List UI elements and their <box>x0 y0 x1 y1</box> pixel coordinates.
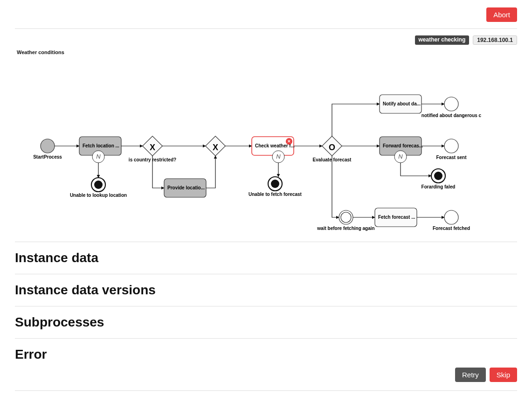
svg-text:X: X <box>150 143 155 152</box>
svg-text:N: N <box>96 153 101 160</box>
gateway-merge[interactable]: X <box>206 136 225 156</box>
svg-point-30 <box>444 97 458 111</box>
topbar: Abort <box>15 5 517 29</box>
svg-point-46 <box>444 210 458 224</box>
svg-text:wait before fetching again: wait before fetching again <box>317 226 374 231</box>
section-instance-data[interactable]: Instance data <box>15 242 517 274</box>
section-subprocesses[interactable]: Subprocesses <box>15 306 517 339</box>
process-badge: weather checking <box>415 35 470 45</box>
end-event-forecast-fetched: Forecast fetched <box>433 210 470 231</box>
task-fetch-location[interactable]: Fetch location ... N <box>79 137 121 163</box>
svg-text:N: N <box>276 153 281 160</box>
section-heading: Instance data <box>15 250 517 265</box>
end-event-notified-danger: notified about dangerous c <box>421 97 482 118</box>
end-event-forecast-sent: Forecast sent <box>436 139 467 160</box>
svg-text:Provide locatio...: Provide locatio... <box>167 185 205 190</box>
svg-point-23 <box>271 180 279 188</box>
svg-text:Unable to fetch forecast: Unable to fetch forecast <box>249 192 302 197</box>
svg-point-0 <box>41 139 55 153</box>
svg-text:Forecast fetched: Forecast fetched <box>433 226 470 231</box>
task-provide-location[interactable]: Provide locatio... <box>164 179 206 197</box>
svg-point-39 <box>434 172 442 180</box>
task-check-weather[interactable]: Check weather f... ✕ N <box>252 137 295 163</box>
svg-point-7 <box>94 181 103 189</box>
section-heading: Error <box>15 347 517 362</box>
section-error[interactable]: Error Retry Skip <box>15 339 517 391</box>
end-event-unable-lookup: Unable to lookup location <box>70 178 127 198</box>
bpmn-diagram: StartProcess Fetch location ... N Unable… <box>15 55 517 242</box>
section-heading: Subprocesses <box>15 315 517 330</box>
skip-button[interactable]: Skip <box>490 368 517 382</box>
svg-text:N: N <box>398 153 403 160</box>
svg-text:Notify about da...: Notify about da... <box>383 101 421 106</box>
node-badge: 192.168.100.1 <box>473 35 517 45</box>
svg-text:Unable to lookup location: Unable to lookup location <box>70 193 127 198</box>
svg-text:Fetch location ...: Fetch location ... <box>83 143 119 148</box>
timer-wait-before-fetch[interactable]: wait before fetching again <box>317 210 374 231</box>
svg-text:O: O <box>329 143 335 152</box>
task-fetch-forecast[interactable]: Fetch forecast ... <box>375 208 417 227</box>
diagram-title: Weather conditions <box>17 49 517 55</box>
svg-text:Forecast sent: Forecast sent <box>436 155 467 160</box>
svg-text:StartProcess: StartProcess <box>33 154 62 160</box>
end-event-unable-fetch: Unable to fetch forecast <box>249 177 302 197</box>
svg-point-42 <box>341 212 351 222</box>
section-heading: Instance data versions <box>15 283 517 298</box>
svg-text:Fetch forecast ...: Fetch forecast ... <box>378 215 415 220</box>
abort-button[interactable]: Abort <box>486 7 517 22</box>
section-instance-data-versions[interactable]: Instance data versions <box>15 274 517 306</box>
meta-row: weather checking 192.168.100.1 <box>15 29 517 49</box>
task-notify-danger[interactable]: Notify about da... <box>380 95 421 113</box>
svg-text:X: X <box>213 143 218 152</box>
svg-text:Forarding faled: Forarding faled <box>421 184 456 189</box>
task-forward-forecast[interactable]: Forward forecas... N <box>380 137 423 163</box>
error-actions: Retry Skip <box>15 368 517 382</box>
svg-text:✕: ✕ <box>287 139 291 144</box>
retry-button[interactable]: Retry <box>455 368 486 382</box>
end-event-forwarding-failed: Forarding faled <box>421 169 456 189</box>
svg-text:Forward forecas...: Forward forecas... <box>383 143 423 148</box>
svg-point-36 <box>444 139 458 153</box>
start-event[interactable]: StartProcess <box>33 139 62 160</box>
svg-text:notified about dangerous c: notified about dangerous c <box>421 113 482 118</box>
